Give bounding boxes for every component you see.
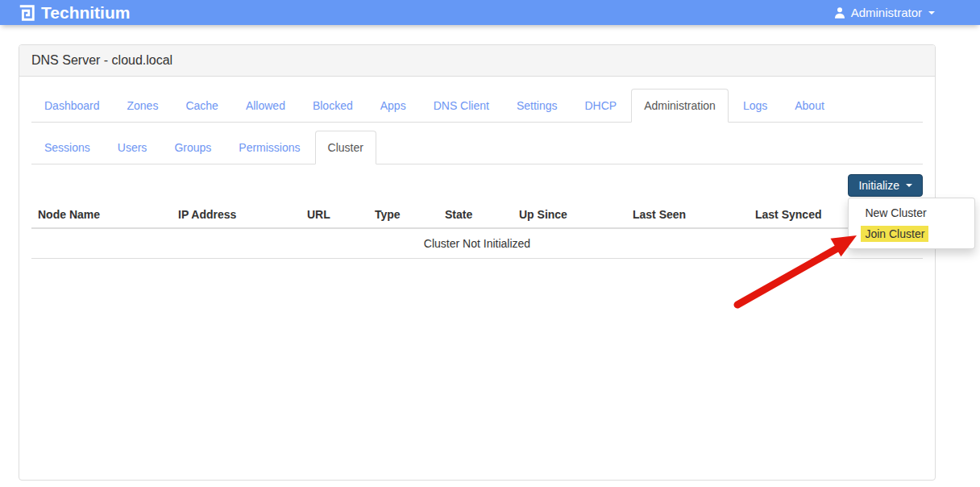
- col-header-type: Type: [368, 202, 438, 228]
- subtab-users[interactable]: Users: [105, 131, 160, 164]
- top-navbar: Technitium Administrator: [0, 0, 980, 25]
- dns-server-panel: DNS Server - cloud.local Dashboard Zones…: [19, 44, 936, 481]
- col-header-url: URL: [301, 202, 368, 228]
- menu-item-new-cluster[interactable]: New Cluster: [849, 202, 974, 223]
- col-header-state: State: [438, 202, 513, 228]
- initialize-dropdown-menu: New Cluster Join Cluster: [848, 198, 975, 249]
- tab-about[interactable]: About: [782, 89, 837, 123]
- caret-down-icon: [906, 184, 912, 187]
- user-icon: [833, 6, 846, 19]
- subtab-sessions[interactable]: Sessions: [31, 131, 103, 164]
- brand-link[interactable]: Technitium: [18, 4, 130, 22]
- cluster-toolbar: Initialize New Cluster Join Cluster: [31, 174, 923, 197]
- user-menu-label: Administrator: [851, 6, 922, 19]
- table-row: Cluster Not Initialized: [31, 228, 923, 259]
- tab-settings[interactable]: Settings: [504, 89, 571, 123]
- tab-blocked[interactable]: Blocked: [300, 89, 366, 123]
- tab-zones[interactable]: Zones: [114, 89, 172, 123]
- tab-dhcp[interactable]: DHCP: [572, 89, 630, 123]
- cluster-nodes-table: Node Name IP Address URL Type State Up S…: [31, 202, 923, 259]
- tab-cache[interactable]: Cache: [172, 89, 230, 123]
- col-header-ip-address: IP Address: [172, 202, 301, 228]
- initialize-dropdown: Initialize New Cluster Join Cluster: [848, 174, 923, 197]
- tab-logs[interactable]: Logs: [730, 89, 780, 123]
- initialize-button[interactable]: Initialize: [848, 174, 923, 197]
- tab-allowed[interactable]: Allowed: [233, 89, 298, 123]
- col-header-node-name: Node Name: [31, 202, 172, 228]
- admin-subtabs: Sessions Users Groups Permissions Cluste…: [31, 131, 923, 164]
- col-header-last-seen: Last Seen: [626, 202, 749, 228]
- initialize-button-label: Initialize: [858, 179, 899, 192]
- tab-administration[interactable]: Administration: [631, 89, 729, 123]
- panel-body: Dashboard Zones Cache Allowed Blocked Ap…: [19, 77, 935, 480]
- table-header-row: Node Name IP Address URL Type State Up S…: [31, 202, 923, 228]
- join-cluster-highlight: Join Cluster: [861, 226, 928, 242]
- subtab-cluster[interactable]: Cluster: [315, 131, 376, 164]
- user-menu-button[interactable]: Administrator: [833, 6, 935, 19]
- page-title: DNS Server - cloud.local: [19, 45, 935, 77]
- empty-state-message: Cluster Not Initialized: [31, 228, 923, 259]
- subtab-permissions[interactable]: Permissions: [226, 131, 313, 164]
- tab-dns-client[interactable]: DNS Client: [421, 89, 502, 123]
- tab-dashboard[interactable]: Dashboard: [31, 89, 113, 123]
- caret-down-icon: [928, 11, 935, 15]
- col-header-up-since: Up Since: [513, 202, 626, 228]
- tab-apps[interactable]: Apps: [368, 89, 419, 123]
- brand-title: Technitium: [41, 4, 130, 21]
- main-tabs: Dashboard Zones Cache Allowed Blocked Ap…: [31, 89, 923, 123]
- menu-item-join-cluster[interactable]: Join Cluster: [849, 223, 974, 244]
- technitium-logo-icon: [18, 4, 35, 22]
- subtab-groups[interactable]: Groups: [161, 131, 224, 164]
